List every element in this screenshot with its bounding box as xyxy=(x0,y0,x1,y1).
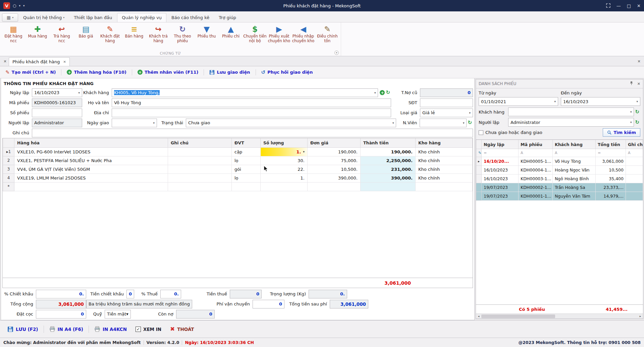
tabstrip-close-icon[interactable]: ✕ xyxy=(635,58,643,65)
price-cell[interactable] xyxy=(308,182,361,191)
ribbon-item-mua-hang[interactable]: ✚Mua hàng xyxy=(25,23,50,50)
add-product-button[interactable]: +Thêm hàng hóa (F10) xyxy=(65,68,128,76)
warehouse-cell[interactable]: Kho chính xyxy=(416,165,473,174)
fund-select[interactable]: Tiền mặt▾ xyxy=(105,310,131,319)
discount-input[interactable]: 0 xyxy=(126,290,134,298)
toolbar-customize-icon[interactable]: ▾ xyxy=(23,4,25,7)
voucher-row[interactable]: 19/07/2023 KDH00002-1... Trần Hoàng Sa 2… xyxy=(476,183,643,192)
new-item-row[interactable]: * xyxy=(3,182,473,191)
ribbon-item-tra-hang-ncc[interactable]: ↩Trả hàng ncc xyxy=(50,23,74,50)
panel-creator-combo[interactable]: Administrator▾ xyxy=(508,118,634,127)
column-header-unit[interactable]: ĐVT xyxy=(232,138,261,147)
qty-cell[interactable] xyxy=(261,182,308,191)
close-icon[interactable]: ✕ xyxy=(637,4,641,8)
preview-button[interactable]: ✓ XEM IN xyxy=(132,325,165,334)
print-a4kcn-button[interactable]: IN A4KCN xyxy=(91,324,130,334)
column-header-amount[interactable]: Thành tiền xyxy=(361,138,416,147)
column-header-price[interactable]: Đơn giá xyxy=(308,138,361,147)
panel-close-icon[interactable]: ✕ xyxy=(637,82,640,86)
refresh-employee-icon[interactable]: ↻ xyxy=(468,120,472,125)
save-layout-button[interactable]: Lưu giao diện xyxy=(207,68,252,76)
grid-empty-area[interactable] xyxy=(3,191,473,278)
panel-customer-refresh-icon[interactable]: ↻ xyxy=(635,110,639,115)
note-cell[interactable] xyxy=(168,156,232,165)
qty-cell[interactable]: 22. xyxy=(261,165,308,174)
qty-cell[interactable]: 1.▾ xyxy=(261,147,308,156)
note-cell[interactable] xyxy=(168,182,232,191)
product-cell[interactable]: VXLE10, PG-600 InterVet 1DOSES xyxy=(14,147,168,156)
column-header-note[interactable]: Ghi chú xyxy=(626,140,643,149)
voucher-number-input[interactable] xyxy=(32,109,82,117)
minimize-icon[interactable]: — xyxy=(616,4,621,8)
pin-icon[interactable] xyxy=(630,81,633,86)
group-dialog-launcher-icon[interactable]: ▾ xyxy=(334,51,339,55)
column-header-note[interactable]: Ghi chú xyxy=(168,138,232,147)
discount-pct-input[interactable]: 0. xyxy=(36,290,86,298)
product-cell[interactable] xyxy=(14,182,168,191)
panel-creator-refresh-icon[interactable]: ↻ xyxy=(635,120,639,125)
tab-close-icon[interactable]: ✕ xyxy=(63,60,66,64)
tax-pct-input[interactable]: 0. xyxy=(160,290,181,298)
add-customer-icon[interactable]: + xyxy=(380,90,385,95)
deposit-input[interactable]: 0 xyxy=(36,310,86,319)
ribbon-tab-bao-cao-thong-ke[interactable]: Báo cáo thống kê xyxy=(167,13,214,22)
filter-code-cell[interactable]: A xyxy=(519,149,553,157)
ribbon-item-phieu-thu[interactable]: ▼Phiếu thu xyxy=(195,23,219,50)
note-input[interactable] xyxy=(32,129,473,137)
delivery-date-select[interactable]: ▾ xyxy=(112,119,157,127)
refresh-customer-icon[interactable]: ↻ xyxy=(386,90,390,95)
ribbon-item-chuyen-tien-noi-bo[interactable]: $Chuyển tiền nội bộ xyxy=(243,23,267,50)
item-row[interactable]: 2 VXLE1, PESTIFFA Merial 50LIỀU + Nước P… xyxy=(3,156,473,165)
undelivered-checkbox[interactable] xyxy=(479,130,483,135)
from-date-select[interactable]: 01/10/2021▾ xyxy=(479,97,558,106)
column-header-total[interactable]: Tổng tiền xyxy=(596,140,626,149)
ribbon-item-dieu-chinh-ton[interactable]: ✎Điều chỉnh tồn xyxy=(315,23,339,50)
product-cell[interactable]: VXLE1, PESTIFFA Merial 50LIỀU + Nước Pha xyxy=(14,156,168,165)
ribbon-item-phieu-nhap-chuyen-kho[interactable]: ◀Phiếu nhập chuyển kho xyxy=(291,23,315,50)
unit-cell[interactable]: cặp xyxy=(232,147,261,156)
voucher-row[interactable]: ▸ 16/10/20... KDH00005-1... Võ Huy Tòng … xyxy=(476,157,643,166)
item-row[interactable]: ▸1 VXLE10, PG-600 InterVet 1DOSES cặp 1.… xyxy=(3,147,473,156)
restore-layout-button[interactable]: ↺Phục hồi giao diện xyxy=(259,68,315,77)
qty-cell[interactable]: 30. xyxy=(261,156,308,165)
ribbon-item-khach-dat-hang[interactable]: ✎Khách đặt hàng xyxy=(98,23,122,50)
exit-button[interactable]: ✖ THOÁT xyxy=(167,324,197,334)
grid-empty-area[interactable] xyxy=(476,201,643,304)
ribbon-item-bao-gia[interactable]: ▤Báo giá xyxy=(74,23,98,50)
price-cell[interactable]: 10,500. xyxy=(308,165,361,174)
quick-access-dropdown-icon[interactable]: ▾ xyxy=(19,4,20,7)
ribbon-item-thu-theo-phieu[interactable]: ↻Thu theo phiếu xyxy=(170,23,195,50)
item-row[interactable]: 3 VV4, ÚM GÀ VỊT (Việt Viễn) 50GM gói 22… xyxy=(3,165,473,174)
column-header-date[interactable]: Ngày lập xyxy=(482,140,519,149)
tab-phieu-khach-dat-hang[interactable]: Phiếu khách đặt hàng ✕ xyxy=(9,57,70,66)
quick-access-circle-icon[interactable]: ○ xyxy=(13,3,16,8)
note-cell[interactable] xyxy=(168,174,232,182)
voucher-row[interactable]: 16/10/2023 KDH00003-1... Ngô Hoàng Bình … xyxy=(476,175,643,183)
unit-cell[interactable] xyxy=(232,182,261,191)
column-header-qty[interactable]: Số lượng xyxy=(261,138,308,147)
unit-cell[interactable]: lọ xyxy=(232,174,261,182)
warehouse-cell[interactable]: Kho chính xyxy=(416,147,473,156)
save-button[interactable]: LƯU (F2) xyxy=(4,324,42,334)
status-select[interactable]: Chưa giao▾ xyxy=(186,119,396,127)
column-header-customer[interactable]: Khách hàng xyxy=(553,140,596,149)
filter-note-cell[interactable]: A xyxy=(626,149,643,157)
maximize-icon[interactable]: □ xyxy=(627,4,631,8)
price-cell[interactable]: 190,000. xyxy=(308,147,361,156)
horizontal-scrollbar[interactable]: ◂ ▸ xyxy=(476,314,643,319)
price-cell[interactable]: 390,000. xyxy=(308,174,361,182)
shipping-input[interactable]: 0 xyxy=(253,300,284,308)
panel-customer-combo[interactable]: ▾ xyxy=(508,108,634,116)
fullname-input[interactable]: Võ Huy Tòng xyxy=(112,98,391,107)
search-button[interactable]: Tìm kiếm xyxy=(603,128,640,137)
app-menu-button[interactable]: ▦ ▾ xyxy=(2,13,18,22)
warehouse-cell[interactable]: Kho chính xyxy=(416,174,473,182)
phone-input[interactable] xyxy=(420,98,473,107)
ribbon-item-dat-hang-ncc[interactable]: ▦Đặt hàng ncc xyxy=(1,23,25,50)
close-document-icon[interactable]: ✕ xyxy=(1,58,9,65)
ribbon-item-khach-tra-hang[interactable]: ↪Khách trả hàng xyxy=(146,23,170,50)
column-header-code[interactable]: Mã phiếu xyxy=(519,140,553,149)
create-new-button[interactable]: ✎Tạo mới (Ctrl + N) xyxy=(3,68,58,77)
employee-select[interactable]: ▾ xyxy=(420,119,467,127)
warehouse-cell[interactable]: Kho chính xyxy=(416,156,473,165)
